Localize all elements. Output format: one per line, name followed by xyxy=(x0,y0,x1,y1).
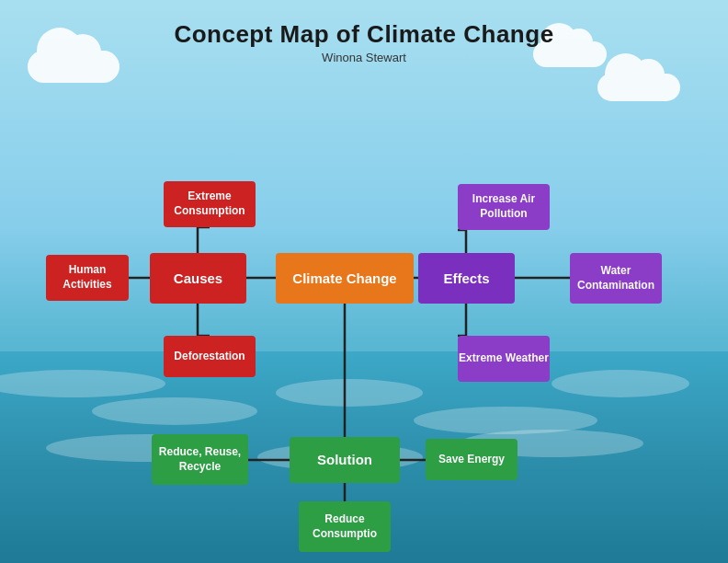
human-activities-box: Human Activities xyxy=(46,255,129,301)
water-contamination-box: Water Contamination xyxy=(570,253,662,304)
extreme-weather-box: Extreme Weather xyxy=(458,336,550,382)
climate-change-box: Climate Change xyxy=(276,253,414,304)
water-contamination-label: Water Contamination xyxy=(570,264,662,293)
save-energy-label: Save Energy xyxy=(438,453,505,467)
climate-change-label: Climate Change xyxy=(292,270,396,288)
page-title: Concept Map of Climate Change xyxy=(0,20,728,49)
reduce-reuse-recycle-label: Reduce, Reuse, Recycle xyxy=(152,445,248,474)
effects-box: Effects xyxy=(418,253,515,304)
main-content: Concept Map of Climate Change Winona Ste… xyxy=(0,0,728,563)
extreme-consumption-box: Extreme Consumption xyxy=(164,181,256,227)
causes-box: Causes xyxy=(150,253,246,304)
air-pollution-label: Increase Air Pollution xyxy=(458,192,550,221)
causes-label: Causes xyxy=(174,270,222,288)
concept-map-diagram: Climate Change Causes Human Activities E… xyxy=(0,74,728,534)
extreme-weather-label: Extreme Weather xyxy=(459,351,549,366)
deforestation-label: Deforestation xyxy=(174,350,245,364)
save-energy-box: Save Energy xyxy=(426,439,518,480)
solution-box: Solution xyxy=(290,437,400,483)
reduce-consumption-label: Reduce Consumptio xyxy=(299,512,391,541)
extreme-consumption-label: Extreme Consumption xyxy=(164,190,256,218)
deforestation-box: Deforestation xyxy=(164,336,256,377)
solution-label: Solution xyxy=(317,451,372,469)
reduce-reuse-recycle-box: Reduce, Reuse, Recycle xyxy=(152,434,248,485)
human-activities-label: Human Activities xyxy=(46,263,129,292)
air-pollution-box: Increase Air Pollution xyxy=(458,184,550,230)
title-area: Concept Map of Climate Change Winona Ste… xyxy=(0,0,728,64)
reduce-consumption-box: Reduce Consumptio xyxy=(299,501,391,552)
effects-label: Effects xyxy=(443,270,489,288)
author-label: Winona Stewart xyxy=(0,51,728,64)
